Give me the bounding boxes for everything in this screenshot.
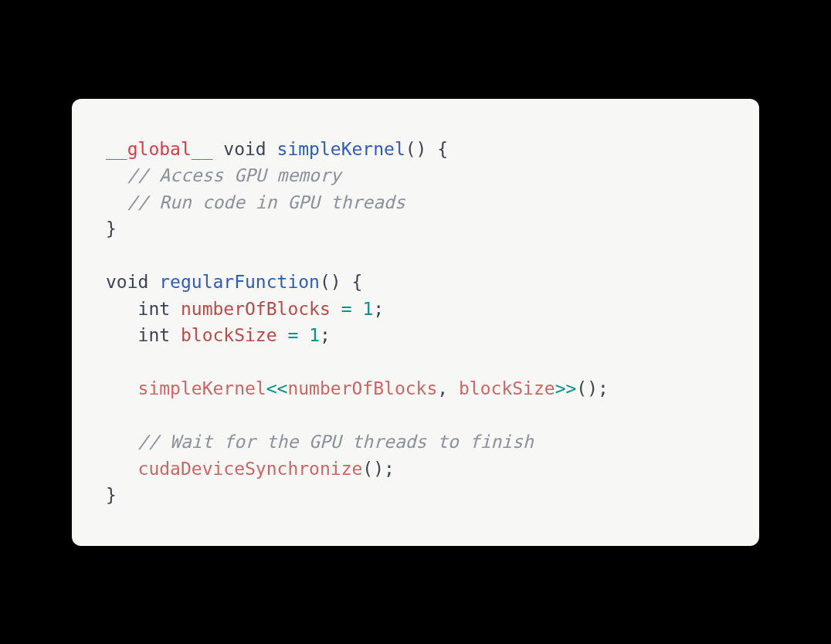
- code-content: __global__ void simpleKernel() { // Acce…: [106, 136, 725, 509]
- code-token: // Wait for the GPU threads to finish: [138, 432, 534, 452]
- code-token: [277, 325, 288, 345]
- code-token: simpleKernel: [138, 378, 266, 398]
- code-token: 1: [309, 325, 320, 345]
- code-token: cudaDeviceSynchronize: [138, 459, 363, 479]
- code-token: // Access GPU memory: [127, 165, 341, 185]
- code-token: numberOfBlocks: [287, 378, 437, 398]
- code-token: void: [212, 139, 276, 159]
- code-token: [298, 325, 309, 345]
- code-token: // Run code in GPU threads: [127, 192, 405, 212]
- code-token: [331, 299, 341, 319]
- code-token: [106, 192, 127, 212]
- code-token: blockSize: [459, 378, 555, 398]
- code-token: [352, 299, 363, 319]
- code: __global__ void simpleKernel() { // Acce…: [106, 139, 609, 506]
- code-token: 1: [362, 299, 373, 319]
- code-token: regularFunction: [159, 272, 320, 292]
- code-token: [106, 459, 138, 479]
- code-token: >>: [555, 378, 577, 398]
- code-token: simpleKernel: [277, 139, 405, 159]
- code-token: ,: [437, 378, 459, 398]
- code-token: =: [341, 299, 352, 319]
- code-token: __global__: [106, 139, 212, 159]
- code-token: <<: [266, 378, 288, 398]
- code-token: numberOfBlocks: [181, 299, 331, 319]
- code-token: blockSize: [181, 325, 277, 345]
- code-block-card: __global__ void simpleKernel() { // Acce…: [72, 99, 759, 546]
- code-token: } void: [106, 219, 159, 292]
- code-token: =: [287, 325, 298, 345]
